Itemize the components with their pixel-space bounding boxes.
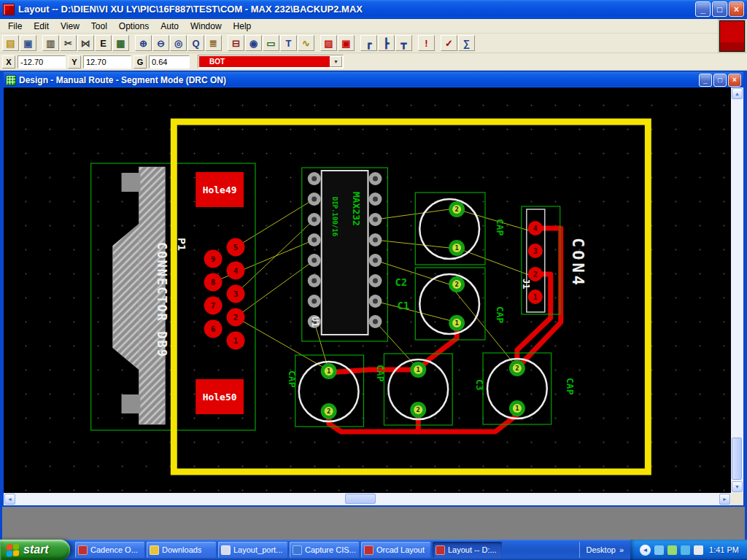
taskbar-button-downloads-folder[interactable]: Downloads: [147, 542, 216, 558]
connection-tool-button[interactable]: ∿: [298, 35, 314, 51]
menu-auto[interactable]: Auto: [155, 20, 185, 33]
horizontal-scrollbar-thumb[interactable]: [345, 494, 376, 504]
menu-tool[interactable]: Tool: [85, 20, 113, 33]
hidden-icons-chevron-icon[interactable]: ◄: [640, 545, 651, 556]
desktop-toolbar[interactable]: Desktop »: [579, 542, 630, 558]
component-cap-bottom-left[interactable]: 1 2 CAP: [287, 355, 364, 427]
start-button[interactable]: start: [0, 540, 70, 560]
pad-number: 3: [533, 247, 538, 255]
library-manager-button[interactable]: ▥: [42, 35, 59, 51]
zoom-in-icon: ⊕: [139, 39, 147, 48]
design-rule-check-button[interactable]: ✓: [441, 35, 457, 51]
tray-volume-icon[interactable]: [694, 545, 703, 555]
text-tool-button[interactable]: T: [280, 35, 297, 51]
taskbar-button-layout-doc[interactable]: Layout_port...: [218, 542, 287, 558]
menu-file[interactable]: File: [2, 20, 28, 33]
y-coordinate-input[interactable]: [83, 55, 131, 69]
c3-refdes-label: C3: [474, 379, 485, 391]
taskbar-button-label: Layout_port...: [233, 545, 282, 554]
add-edit-route-mode-button[interactable]: ┏: [360, 35, 377, 51]
find-button[interactable]: ⋈: [77, 35, 94, 51]
horizontal-scrollbar[interactable]: ◄ ►: [4, 493, 731, 505]
zoom-out-button[interactable]: ⊖: [152, 35, 169, 51]
tray-network-icon[interactable]: [681, 545, 690, 555]
edit-mode-button[interactable]: E: [95, 35, 112, 51]
scroll-left-button[interactable]: ◄: [4, 494, 15, 505]
taskbar-button-orcad-layout[interactable]: Orcad Layout: [361, 542, 430, 558]
spreadsheet-button[interactable]: ▦: [112, 35, 129, 51]
taskbar-button-cadence[interactable]: Cadence O...: [75, 542, 144, 558]
design-minimize-button[interactable]: _: [699, 74, 712, 87]
menu-view[interactable]: View: [55, 20, 85, 33]
window-title: Layout -- D:\DIEN\VI XU LY\PIC\16F887\TE…: [18, 4, 692, 15]
component-j1-con4[interactable]: 4 3 2 1 J1 CON4: [521, 206, 587, 314]
scroll-right-button[interactable]: ►: [719, 494, 730, 505]
online-drc-button[interactable]: ▣: [338, 35, 355, 51]
component-cap-bottom-middle[interactable]: 1 2 CAP: [375, 354, 452, 425]
shove-track-mode-button[interactable]: ┣: [378, 35, 395, 51]
close-button[interactable]: ×: [729, 1, 744, 17]
delete-mode-button[interactable]: ✂: [60, 35, 77, 51]
pcb-design-canvas[interactable]: Hole49 Hole50 P1 CONNECTOR DB9 5 4 3 2 1: [4, 88, 731, 493]
color-settings-icon: ▨: [324, 39, 333, 48]
trace[interactable]: [329, 370, 419, 373]
measurement-button[interactable]: ≣: [205, 35, 222, 51]
desktop-toolbar-chevron-icon[interactable]: »: [619, 545, 624, 554]
component-c1-cap[interactable]: 2 1 C1 CAP: [397, 268, 506, 340]
x-coordinate-input[interactable]: [18, 55, 66, 69]
pcb-drawing[interactable]: Hole49 Hole50 P1 CONNECTOR DB9 5 4 3 2 1: [4, 88, 731, 493]
tray-icons: [654, 545, 703, 555]
windows-flag-quadrant: [13, 550, 19, 556]
toolbar-separator: [413, 36, 417, 50]
menu-window[interactable]: Window: [185, 20, 228, 33]
scroll-up-button[interactable]: ▲: [732, 88, 743, 99]
tray-display-icon[interactable]: [654, 545, 664, 555]
pin-tool-button[interactable]: ◉: [245, 35, 262, 51]
menu-help[interactable]: Help: [228, 20, 258, 33]
component-tool-icon: ⊟: [232, 39, 240, 48]
component-tool-button[interactable]: ⊟: [228, 35, 244, 51]
find-icon: ⋈: [81, 39, 90, 48]
error-marker-button[interactable]: !: [418, 35, 435, 51]
component-u1-max232[interactable]: DIP.100/16 MAX232 U1: [302, 168, 388, 341]
toolbar-separator: [315, 36, 320, 50]
obstacle-tool-button[interactable]: ▭: [263, 35, 279, 51]
add-edit-route-mode-icon: ┏: [366, 39, 372, 48]
query-icon: Q: [192, 39, 199, 48]
taskbar-button-label: Layout -- D:...: [448, 545, 497, 554]
menu-edit[interactable]: Edit: [28, 20, 55, 33]
query-button[interactable]: Q: [187, 35, 204, 51]
zoom-in-button[interactable]: ⊕: [135, 35, 152, 51]
vertical-scrollbar[interactable]: ▲ ▼: [731, 88, 743, 493]
downloads-folder-icon: [150, 545, 159, 555]
delete-mode-icon: ✂: [64, 39, 72, 48]
color-settings-button[interactable]: ▨: [320, 35, 337, 51]
design-maximize-button[interactable]: □: [713, 74, 727, 87]
db9-pads[interactable]: 5 4 3 2 1 9 8 7 6: [204, 238, 245, 350]
statistics-icon: ∑: [463, 39, 470, 48]
main-titlebar: Layout -- D:\DIEN\VI XU LY\PIC\16F887\TE…: [0, 0, 747, 19]
statistics-button[interactable]: ∑: [458, 35, 475, 51]
y-coordinate-label: Y: [68, 55, 81, 69]
taskbar-button-capture-cis[interactable]: Capture CIS...: [290, 542, 359, 558]
taskbar-button-label: Downloads: [162, 545, 201, 554]
taskbar-button-layout-app[interactable]: Layout -- D:...: [433, 542, 502, 558]
zoom-all-button[interactable]: ◎: [170, 35, 187, 51]
minimize-button[interactable]: _: [695, 1, 711, 17]
con4-pads[interactable]: 4 3 2 1: [528, 221, 543, 304]
grid-value-input[interactable]: [149, 55, 190, 69]
vertical-scrollbar-thumb[interactable]: [732, 438, 742, 480]
save-file-button[interactable]: ▣: [20, 35, 36, 51]
design-rule-check-icon: ✓: [445, 39, 453, 48]
open-file-button[interactable]: ▤: [2, 35, 19, 51]
spreadsheet-icon: ▦: [116, 39, 125, 48]
tray-safely-remove-icon[interactable]: [667, 545, 677, 555]
layer-dropdown-arrow-icon[interactable]: ▼: [330, 56, 342, 67]
edit-segment-mode-button[interactable]: ┳: [395, 35, 412, 51]
maximize-button[interactable]: □: [712, 1, 727, 17]
layer-select[interactable]: BOT ▼: [198, 55, 344, 69]
scroll-down-button[interactable]: ▼: [732, 481, 743, 492]
design-close-button[interactable]: ×: [728, 74, 741, 87]
pad-number: 1: [454, 319, 458, 327]
menu-options[interactable]: Options: [113, 20, 155, 33]
